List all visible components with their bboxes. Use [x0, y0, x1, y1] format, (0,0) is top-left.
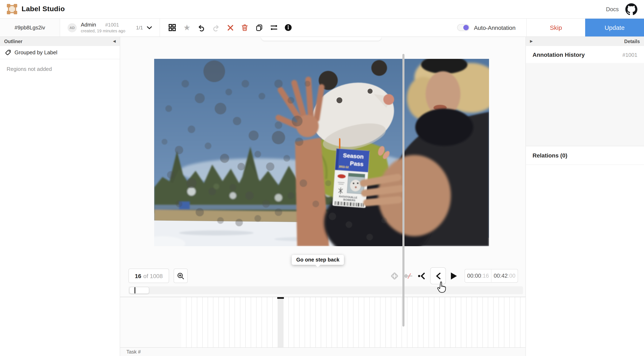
update-button[interactable]: Update: [585, 19, 644, 36]
timeline-frame-cell[interactable]: [300, 297, 305, 347]
timeline-frame-cell[interactable]: [348, 297, 354, 347]
timeline-frame-cell[interactable]: [354, 297, 359, 347]
timeline-frame-cell[interactable]: [413, 297, 418, 347]
timeline-frame-cell[interactable]: [494, 297, 499, 347]
timeline-current-frame[interactable]: [278, 297, 284, 347]
timeline-frame-cell[interactable]: [456, 297, 461, 347]
vertical-scrollbar[interactable]: [402, 54, 404, 326]
timeline-frame-cell[interactable]: [267, 297, 273, 347]
copy-button[interactable]: [255, 23, 264, 32]
timeline-frame-cell[interactable]: [450, 297, 456, 347]
reject-button[interactable]: [226, 23, 235, 32]
group-by-selector[interactable]: Grouped by Label: [0, 46, 120, 59]
github-icon[interactable]: [625, 3, 637, 15]
docs-link[interactable]: Docs: [606, 6, 619, 12]
seekbar[interactable]: [128, 286, 523, 294]
timeline-frame-cell[interactable]: [294, 297, 300, 347]
timeline-frame-cell[interactable]: [440, 297, 445, 347]
timeline-frame-cell[interactable]: [472, 297, 478, 347]
annotation-summary[interactable]: AD Admin #1001 created, 19 minutes ago: [60, 19, 125, 36]
timeline-frame-cell[interactable]: [246, 297, 251, 347]
timeline-frame-cell[interactable]: [499, 297, 504, 347]
timeline-frame-grid[interactable]: [181, 297, 526, 347]
timeline-frame-cell[interactable]: [380, 297, 386, 347]
timeline-frame-cell[interactable]: [208, 297, 214, 347]
timeline-frame-cell[interactable]: [289, 297, 294, 347]
timeline-frame-cell[interactable]: [467, 297, 472, 347]
timeline-frame-cell[interactable]: [461, 297, 467, 347]
timeline-frame-cell[interactable]: [305, 297, 310, 347]
timeline-frame-cell[interactable]: [483, 297, 488, 347]
time-display[interactable]: 00:00:16 00:42:00: [464, 269, 518, 283]
task-id[interactable]: #9pb8Lgs2iv: [0, 19, 60, 36]
step-back-button[interactable]: [430, 267, 446, 284]
undo-button[interactable]: [197, 23, 206, 32]
timeline-frame-cell[interactable]: [418, 297, 424, 347]
relations-button[interactable]: [269, 23, 278, 32]
timeline[interactable]: [120, 297, 526, 347]
timeline-frame-cell[interactable]: [520, 297, 526, 347]
video-frame[interactable]: Season Pass 2011-12 RATATOUILLE BOWERS: [154, 59, 489, 246]
timeline-frame-cell[interactable]: [396, 297, 402, 347]
timeline-frame-cell[interactable]: [510, 297, 515, 347]
timeline-frame-cell[interactable]: [343, 297, 348, 347]
timeline-frame-cell[interactable]: [332, 297, 337, 347]
info-button[interactable]: [284, 23, 293, 32]
seek-viewport-handle[interactable]: [129, 287, 149, 294]
timeline-frame-cell[interactable]: [434, 297, 440, 347]
timeline-frame-cell[interactable]: [407, 297, 413, 347]
delete-button[interactable]: [240, 23, 250, 32]
timeline-frame-cell[interactable]: [219, 297, 224, 347]
timeline-frame-cell[interactable]: [391, 297, 396, 347]
timeline-frame-cell[interactable]: [515, 297, 520, 347]
zoom-button[interactable]: [174, 268, 188, 283]
timeline-frame-cell[interactable]: [316, 297, 321, 347]
frame-counter-input[interactable]: 16 of 1008: [128, 268, 169, 283]
view-all-button[interactable]: [168, 23, 177, 32]
collapse-right-icon[interactable]: ▶: [530, 40, 532, 43]
timeline-frame-cell[interactable]: [284, 297, 289, 347]
timeline-frame-cell[interactable]: [424, 297, 429, 347]
timeline-frame-cell[interactable]: [375, 297, 380, 347]
timeline-frame-cell[interactable]: [273, 297, 278, 347]
timeline-frame-cell[interactable]: [235, 297, 240, 347]
timeline-frame-cell[interactable]: [321, 297, 326, 347]
timeline-frame-cell[interactable]: [240, 297, 246, 347]
timeline-frame-cell[interactable]: [197, 297, 203, 347]
timeline-frame-cell[interactable]: [310, 297, 316, 347]
timeline-frame-cell[interactable]: [224, 297, 230, 347]
timeline-frame-cell[interactable]: [386, 297, 391, 347]
play-button[interactable]: [449, 269, 459, 283]
timeline-frame-cell[interactable]: [478, 297, 483, 347]
timeline-frame-cell[interactable]: [504, 297, 510, 347]
timeline-frame-cell[interactable]: [445, 297, 450, 347]
ground-truth-button[interactable]: ★: [182, 23, 192, 32]
timeline-frame-cell[interactable]: [181, 297, 186, 347]
add-keypoint-button[interactable]: [390, 269, 400, 283]
interpolate-keypoint-button[interactable]: [403, 269, 413, 283]
timeline-frame-cell[interactable]: [364, 297, 370, 347]
timeline-frame-cell[interactable]: [488, 297, 494, 347]
timeline-frame-cell[interactable]: [192, 297, 197, 347]
timeline-frame-cell[interactable]: [359, 297, 364, 347]
annotation-pager[interactable]: 1/1: [136, 19, 160, 36]
timeline-frame-cell[interactable]: [337, 297, 343, 347]
details-title: Details: [624, 39, 640, 44]
relations-section[interactable]: Relations (0): [526, 146, 644, 165]
timeline-frame-cell[interactable]: [186, 297, 192, 347]
timeline-frame-cell[interactable]: [326, 297, 332, 347]
timeline-frame-cell[interactable]: [251, 297, 256, 347]
timeline-frame-cell[interactable]: [256, 297, 262, 347]
skip-button[interactable]: Skip: [526, 19, 585, 36]
timeline-frame-cell[interactable]: [370, 297, 375, 347]
timeline-frame-cell[interactable]: [214, 297, 219, 347]
timeline-frame-cell[interactable]: [203, 297, 208, 347]
timeline-frame-cell[interactable]: [429, 297, 434, 347]
redo-button[interactable]: [211, 23, 220, 32]
timeline-frame-cell[interactable]: [262, 297, 267, 347]
collapse-left-icon[interactable]: ◀: [113, 40, 116, 43]
timeline-frame-cell[interactable]: [230, 297, 235, 347]
annotation-id: #1001: [105, 22, 119, 28]
prev-keypoint-button[interactable]: [417, 269, 427, 283]
auto-annotation-toggle[interactable]: [457, 24, 469, 31]
